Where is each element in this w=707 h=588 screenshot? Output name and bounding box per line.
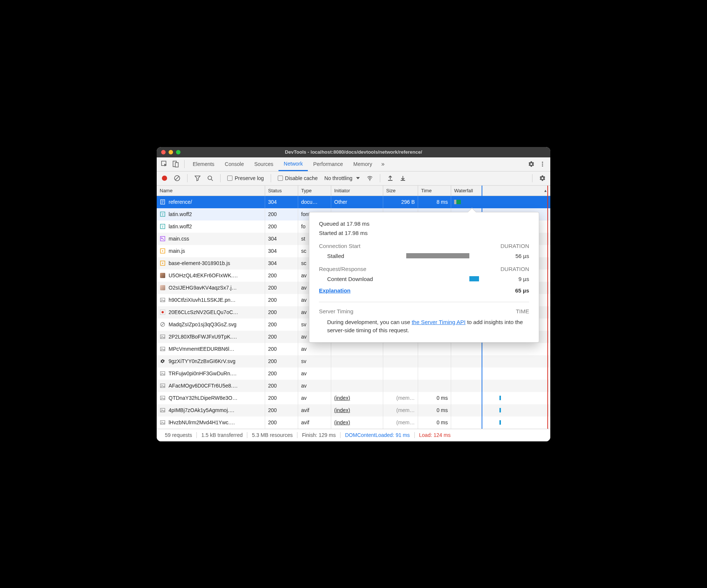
cell-size: (mem…	[383, 416, 418, 429]
status-transferred: 1.5 kB transferred	[197, 432, 247, 438]
col-status[interactable]: Status	[265, 186, 298, 196]
table-row[interactable]: reference/304docu…Other296 B8 ms	[157, 196, 550, 208]
col-time[interactable]: Time	[418, 186, 451, 196]
initiator-link[interactable]: (index)	[334, 419, 350, 425]
network-settings-gear-icon[interactable]	[537, 173, 548, 184]
table-row[interactable]: QTDnaY32hLDipeRW8e3O…200av(index)(mem…0 …	[157, 392, 550, 404]
svg-line-7	[175, 176, 179, 180]
window-title: DevTools - localhost:8080/docs/devtools/…	[157, 149, 550, 155]
css-icon	[160, 236, 166, 242]
img-icon	[160, 334, 166, 340]
throttling-value: No throttling	[325, 175, 352, 181]
clear-icon[interactable]	[172, 173, 183, 184]
disable-cache-checkbox[interactable]: Disable cache	[276, 175, 320, 181]
tab-performance[interactable]: Performance	[308, 157, 348, 171]
server-timing-api-link[interactable]: the Server Timing API	[412, 319, 466, 325]
preserve-log-checkbox[interactable]: Preserve log	[225, 175, 266, 181]
js-icon	[160, 260, 166, 266]
svg-point-41	[162, 409, 162, 410]
throttling-select[interactable]: No throttling	[322, 175, 363, 181]
cell-initiator	[331, 368, 383, 380]
table-row[interactable]: lHvzbNUlrm2Mvd4H1Ywc.…200avif(index)(mem…	[157, 416, 550, 429]
col-type[interactable]: Type	[298, 186, 331, 196]
initiator-link[interactable]: (index)	[334, 395, 350, 401]
cell-time	[418, 380, 451, 392]
stalled-value: 56 µs	[499, 253, 529, 259]
request-name: latin.woff2	[169, 211, 192, 217]
cell-waterfall	[451, 416, 550, 429]
img-icon	[160, 297, 166, 303]
table-row[interactable]: 9gzXiTYY0nZzBxGI6KrV.svg200sv	[157, 355, 550, 368]
tab-console[interactable]: Console	[219, 157, 249, 171]
cell-status: 304	[265, 245, 298, 257]
svg-point-3	[542, 161, 543, 163]
cell-waterfall	[451, 392, 550, 404]
img-icon	[160, 370, 166, 376]
filter-icon[interactable]	[192, 173, 203, 184]
request-name: AFacMOgv6D0CFTr6U5e8.…	[169, 383, 238, 389]
import-har-icon[interactable]	[385, 173, 396, 184]
search-icon[interactable]	[205, 173, 216, 184]
table-row[interactable]: AFacMOgv6D0CFTr6U5e8.…200av	[157, 380, 550, 392]
cell-type: av	[298, 368, 331, 380]
table-row[interactable]: TRFujw0pi0nHF3GwDuRn.…200av	[157, 368, 550, 380]
blocked-icon	[160, 321, 166, 327]
settings-gear-icon[interactable]	[526, 159, 537, 170]
preserve-log-label: Preserve log	[235, 175, 264, 181]
waterfall-bar	[499, 420, 501, 425]
cell-initiator: (index)	[331, 416, 383, 429]
devtools-window: DevTools - localhost:8080/docs/devtools/…	[157, 147, 550, 441]
device-toolbar-icon[interactable]	[170, 159, 181, 170]
request-name: MadqZsIZpo1sj3qQ3GsZ.svg	[169, 321, 237, 327]
content-download-value: 9 µs	[499, 276, 529, 282]
cell-time	[418, 355, 451, 368]
more-tabs-button[interactable]: »	[377, 159, 388, 170]
cell-status: 200	[265, 270, 298, 282]
cell-status: 200	[265, 392, 298, 404]
kebab-menu-icon[interactable]	[537, 159, 548, 170]
reddot-icon	[160, 309, 166, 315]
cell-size: (mem…	[383, 404, 418, 416]
col-size[interactable]: Size	[383, 186, 418, 196]
status-resources: 5.3 MB resources	[247, 432, 297, 438]
js-icon	[160, 248, 166, 254]
request-name: QTDnaY32hLDipeRW8e3O…	[169, 395, 238, 401]
svg-point-8	[208, 176, 212, 180]
cell-type: avif	[298, 404, 331, 416]
server-timing-text: During development, you can use the Serv…	[319, 318, 529, 335]
request-name: O2sIJEHG9avKV4aqzSx7.j…	[169, 285, 237, 291]
table-row[interactable]: 4pIMBj7zOAk1y5Agmmoj.…200avif(index)(mem…	[157, 404, 550, 416]
request-name: MPcVmmemtEEDURBN6l…	[169, 346, 234, 352]
table-row[interactable]: MPcVmmemtEEDURBN6l…200av	[157, 343, 550, 355]
explanation-link[interactable]: Explanation	[319, 287, 351, 294]
svg-point-33	[162, 348, 162, 349]
inspect-element-icon[interactable]	[159, 159, 170, 170]
cell-type: sv	[298, 355, 331, 368]
status-load: Load: 124 ms	[415, 432, 455, 438]
cell-time	[418, 343, 451, 355]
cell-size: (mem…	[383, 392, 418, 404]
export-har-icon[interactable]	[397, 173, 408, 184]
titlebar: DevTools - localhost:8080/docs/devtools/…	[157, 147, 550, 157]
stalled-bar	[406, 253, 469, 258]
tab-elements[interactable]: Elements	[188, 157, 219, 171]
chevron-down-icon	[356, 177, 360, 179]
tab-sources[interactable]: Sources	[249, 157, 278, 171]
tab-memory[interactable]: Memory	[348, 157, 378, 171]
col-waterfall[interactable]: Waterfall▲	[451, 186, 550, 196]
cell-waterfall	[451, 196, 550, 208]
cell-waterfall	[451, 355, 550, 368]
col-name[interactable]: Name	[157, 186, 265, 196]
tab-network[interactable]: Network	[278, 157, 308, 171]
svg-line-9	[211, 179, 213, 181]
record-button[interactable]	[159, 173, 170, 184]
waterfall-bar	[499, 396, 501, 400]
col-initiator[interactable]: Initiator	[331, 186, 383, 196]
network-conditions-icon[interactable]	[364, 173, 375, 184]
initiator-link[interactable]: (index)	[334, 407, 350, 413]
cell-status: 304	[265, 257, 298, 270]
svg-text:T: T	[162, 213, 164, 216]
waterfall-bar	[499, 408, 501, 412]
font-icon: T	[160, 211, 166, 217]
cell-time: 0 ms	[418, 404, 451, 416]
